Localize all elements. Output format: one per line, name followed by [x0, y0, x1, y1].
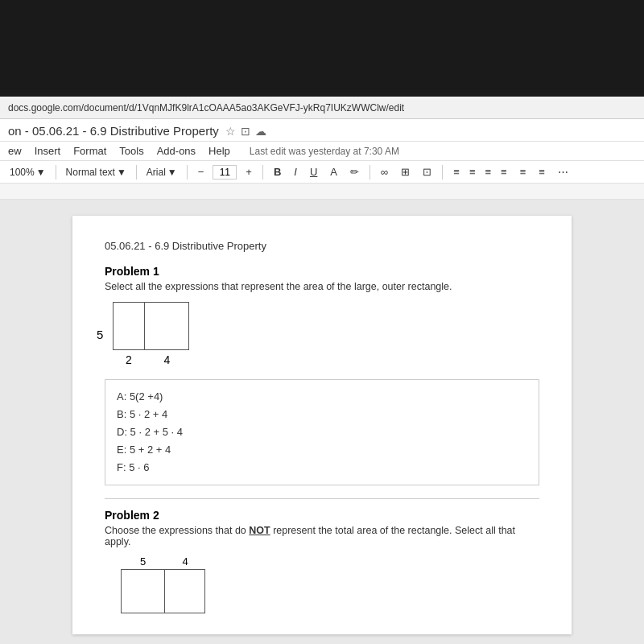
font-value: Arial: [147, 167, 166, 178]
align-group: ≡ ≡ ≡ ≡: [449, 164, 510, 180]
url-text: docs.google.com/document/d/1VqnMJfK9lrA1…: [8, 102, 404, 114]
italic-button[interactable]: I: [290, 164, 301, 180]
align-justify-button[interactable]: ≡: [497, 164, 511, 180]
title-bar-icons: ☆ ⊡ ☁: [225, 125, 266, 138]
align-left-button[interactable]: ≡: [449, 164, 464, 180]
p2-top-label-5: 5: [121, 555, 165, 568]
menu-item-insert[interactable]: Insert: [35, 143, 61, 159]
toolbar-divider-1: [56, 165, 56, 180]
style-value: Normal text: [66, 167, 115, 178]
p2-top-labels: 5 4: [121, 555, 539, 568]
p2-rect-right: [165, 569, 205, 613]
rect-bottom-label-4: 4: [145, 353, 189, 366]
url-bar[interactable]: docs.google.com/document/d/1VqnMJfK9lrA1…: [0, 97, 644, 119]
rect-right: [145, 302, 189, 350]
problem2-desc-bold: NOT: [249, 525, 270, 536]
p2-diagram: [121, 569, 539, 613]
more-button[interactable]: ⋯: [554, 164, 572, 180]
style-dropdown-icon: ▼: [117, 167, 126, 178]
toolbar: 100% ▼ Normal text ▼ Arial ▼ − 11 + B I …: [0, 161, 644, 184]
rectangle-wrapper: 5 2 4: [113, 302, 539, 366]
ruler: [0, 184, 644, 200]
rect-left: [113, 302, 145, 350]
font-dropdown-icon: ▼: [167, 167, 177, 178]
toolbar-divider-2: [136, 165, 137, 180]
menu-bar: ew Insert Format Tools Add-ons Help Last…: [0, 142, 644, 161]
font-size-increase-button[interactable]: +: [242, 164, 256, 180]
rect-bottom-label-2: 2: [113, 353, 145, 366]
answer-f: F: 5 · 6: [117, 459, 527, 477]
problem1-title: Problem 1: [105, 265, 539, 278]
text-color-button[interactable]: ✏: [346, 164, 363, 180]
menu-item-help[interactable]: Help: [208, 143, 230, 159]
p2-rect-left: [121, 569, 165, 613]
toolbar-divider-5: [369, 165, 370, 180]
document-page: 05.06.21 - 6.9 Distributive Property Pro…: [72, 216, 572, 634]
image-button[interactable]: ⊞: [397, 164, 414, 180]
rect-bottom-labels: 2 4: [113, 353, 539, 366]
last-edit-text: Last edit was yesterday at 7:30 AM: [250, 146, 399, 157]
align-right-button[interactable]: ≡: [481, 164, 495, 180]
answer-a: A: 5(2 +4): [117, 388, 527, 406]
problem2-diagram-container: 5 4: [113, 555, 539, 613]
font-size-display[interactable]: 11: [213, 165, 237, 180]
problem2-title: Problem 2: [105, 509, 539, 522]
problem1-description: Select all the expressions that represen…: [105, 281, 539, 292]
menu-item-addons[interactable]: Add-ons: [157, 143, 196, 159]
line-spacing-button[interactable]: ≡: [516, 164, 530, 180]
problem2-description: Choose the expressions that do NOT repre…: [105, 525, 539, 547]
document-tab-title: on - 05.06.21 - 6.9 Distributive Propert…: [8, 124, 219, 138]
browser-content: on - 05.06.21 - 6.9 Distributive Propert…: [0, 119, 644, 644]
problem2-desc-before: Choose the expressions that do: [105, 525, 249, 536]
answer-d: D: 5 · 2 + 5 · 4: [117, 423, 527, 441]
browser-top-bar: docs.google.com/document/d/1VqnMJfK9lrA1…: [0, 0, 644, 119]
answer-box-problem1: A: 5(2 +4) B: 5 · 2 + 4 D: 5 · 2 + 5 · 4…: [105, 379, 539, 485]
toolbar-divider-3: [187, 165, 188, 180]
align-center-button[interactable]: ≡: [465, 164, 480, 180]
ruler-marks: [64, 184, 644, 199]
copy-icon[interactable]: ⊡: [241, 125, 250, 138]
font-size-decrease-button[interactable]: −: [194, 164, 208, 180]
cloud-icon[interactable]: ☁: [255, 125, 266, 138]
link-button[interactable]: ∞: [377, 164, 392, 180]
answer-b: B: 5 · 2 + 4: [117, 406, 527, 423]
rectangle-outer: [113, 302, 539, 350]
menu-item-view[interactable]: ew: [8, 143, 22, 159]
menu-item-tools[interactable]: Tools: [119, 143, 143, 159]
toolbar-divider-6: [442, 165, 443, 180]
title-bar: on - 05.06.21 - 6.9 Distributive Propert…: [0, 119, 644, 142]
document-title: 05.06.21 - 6.9 Distributive Property: [105, 240, 539, 252]
underline-button[interactable]: U: [306, 164, 321, 180]
zoom-selector[interactable]: 100% ▼: [6, 165, 49, 180]
p2-top-label-4: 4: [165, 555, 205, 568]
font-selector[interactable]: Arial ▼: [143, 165, 180, 180]
zoom-value: 100%: [10, 167, 35, 178]
bold-button[interactable]: B: [270, 164, 285, 180]
answer-e: E: 5 + 2 + 4: [117, 441, 527, 459]
comment-button[interactable]: ⊡: [419, 164, 436, 180]
strikethrough-button[interactable]: A: [326, 164, 341, 180]
zoom-dropdown-icon: ▼: [36, 167, 46, 178]
list-button[interactable]: ≡: [535, 164, 549, 180]
section-divider: [105, 498, 539, 499]
document-area[interactable]: 05.06.21 - 6.9 Distributive Property Pro…: [0, 200, 644, 644]
problem1-diagram: 5 2 4: [113, 302, 539, 366]
toolbar-divider-4: [262, 165, 263, 180]
star-icon[interactable]: ☆: [225, 125, 236, 138]
style-selector[interactable]: Normal text ▼: [63, 165, 130, 180]
rect-side-label: 5: [97, 328, 103, 341]
menu-item-format[interactable]: Format: [73, 143, 106, 159]
